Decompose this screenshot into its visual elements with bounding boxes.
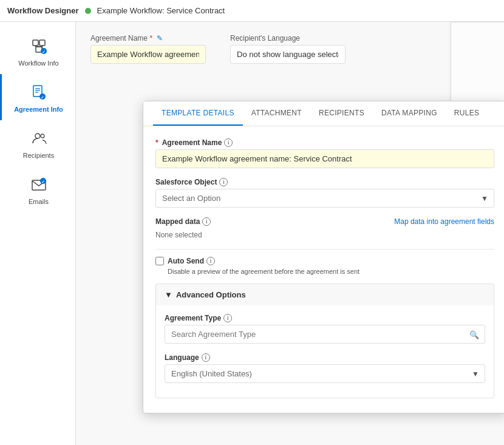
sidebar-item-recipients-label: Recipients bbox=[23, 152, 54, 159]
template-details-panel: TEMPLATE DETAILS ATTACHMENT RECIPIENTS D… bbox=[143, 101, 504, 413]
auto-send-checkbox-row: Auto Send i bbox=[155, 257, 494, 265]
workflow-info-icon: ✓ bbox=[28, 35, 50, 57]
panel-agreement-name-input[interactable] bbox=[155, 149, 494, 168]
auto-send-info-icon: i bbox=[206, 257, 215, 265]
advanced-options-header[interactable]: ▼ Advanced Options bbox=[156, 284, 494, 305]
agreement-type-search-input[interactable] bbox=[165, 325, 485, 344]
sidebar-item-workflow-info[interactable]: ✓ Workflow Info bbox=[0, 28, 75, 74]
sidebar-item-emails[interactable]: ✓ Emails bbox=[0, 166, 75, 212]
salesforce-object-info-icon: i bbox=[219, 178, 228, 186]
agreement-type-section: Agreement Type i 🔍 bbox=[165, 314, 485, 344]
sidebar: ✓ Workflow Info ✓ Agreement Info bbox=[0, 22, 76, 445]
recipient-language-input[interactable] bbox=[230, 45, 346, 64]
agreement-header: Agreement Name * ✎ Recipient's Language bbox=[90, 34, 492, 64]
mapped-data-info-icon: i bbox=[202, 217, 211, 226]
language-label: Language i bbox=[165, 353, 485, 362]
panel-body: * Agreement Name i Salesforce Object i S… bbox=[143, 126, 504, 413]
agreement-type-label: Agreement Type i bbox=[165, 314, 485, 322]
salesforce-object-select[interactable]: Select an Option bbox=[155, 189, 494, 208]
svg-point-14 bbox=[35, 134, 40, 138]
svg-rect-0 bbox=[33, 40, 38, 46]
svg-text:✓: ✓ bbox=[41, 180, 45, 184]
agreement-type-search-wrap: 🔍 bbox=[165, 325, 485, 344]
svg-text:✓: ✓ bbox=[42, 50, 46, 54]
tab-data-mapping[interactable]: DATA MAPPING bbox=[373, 101, 446, 126]
language-section: Language i English (United States) ▼ bbox=[165, 353, 485, 383]
status-indicator bbox=[85, 8, 91, 14]
language-select-wrap: English (United States) ▼ bbox=[165, 364, 485, 383]
emails-icon: ✓ bbox=[28, 174, 50, 195]
tab-recipients[interactable]: RECIPIENTS bbox=[310, 101, 373, 126]
workflow-name: Example Workflow: Service Contract bbox=[97, 6, 225, 15]
tab-attachment[interactable]: ATTACHMENT bbox=[243, 101, 310, 126]
advanced-options-body: Agreement Type i 🔍 Language bbox=[156, 305, 494, 398]
advanced-options-title: Advanced Options bbox=[176, 290, 246, 299]
agreement-name-info-icon: i bbox=[224, 138, 233, 147]
sidebar-item-recipients[interactable]: Recipients bbox=[0, 120, 75, 166]
advanced-options-section: ▼ Advanced Options Agreement Type i bbox=[155, 284, 494, 398]
advanced-chevron-icon: ▼ bbox=[165, 290, 172, 299]
agreement-info-icon: ✓ bbox=[28, 81, 50, 103]
panel-agreement-name-label: * Agreement Name i bbox=[155, 138, 494, 147]
sidebar-item-workflow-info-label: Workflow Info bbox=[18, 59, 58, 67]
app-title: Workflow Designer bbox=[7, 6, 79, 15]
panel-tabs: TEMPLATE DETAILS ATTACHMENT RECIPIENTS D… bbox=[143, 101, 504, 126]
language-info-icon: i bbox=[202, 353, 210, 362]
agreement-type-info-icon: i bbox=[223, 314, 232, 322]
agreement-name-header-label: Agreement Name * ✎ bbox=[90, 34, 206, 42]
recipients-icon bbox=[28, 127, 50, 149]
auto-send-section: Auto Send i Disable a preview of the agr… bbox=[155, 257, 494, 275]
svg-rect-1 bbox=[39, 40, 45, 46]
language-select[interactable]: English (United States) bbox=[165, 364, 485, 383]
salesforce-object-label: Salesforce Object i bbox=[155, 178, 494, 186]
mapped-data-row: Mapped data i Map data into agreement fi… bbox=[155, 217, 494, 228]
mapped-data-section: Mapped data i Map data into agreement fi… bbox=[155, 217, 494, 239]
salesforce-object-select-wrap: Select an Option ▼ bbox=[155, 189, 494, 208]
mapped-data-none: None selected bbox=[155, 231, 494, 239]
edit-agreement-name-icon[interactable]: ✎ bbox=[157, 34, 163, 42]
recipient-language-label: Recipient's Language bbox=[230, 34, 346, 42]
sidebar-item-emails-label: Emails bbox=[29, 198, 49, 205]
sidebar-item-agreement-info[interactable]: ✓ Agreement Info bbox=[0, 74, 75, 120]
content-area: Agreement Name * ✎ Recipient's Language … bbox=[76, 22, 504, 445]
auto-send-help-text: Disable a preview of the agreement befor… bbox=[168, 268, 494, 275]
agreement-name-header-input[interactable] bbox=[90, 45, 206, 64]
main-layout: ✓ Workflow Info ✓ Agreement Info bbox=[0, 22, 504, 445]
top-bar: Workflow Designer Example Workflow: Serv… bbox=[0, 0, 504, 22]
recipient-language-field-group: Recipient's Language bbox=[230, 34, 346, 64]
salesforce-object-section: Salesforce Object i Select an Option ▼ bbox=[155, 178, 494, 208]
map-data-link[interactable]: Map data into agreement fields bbox=[394, 217, 494, 226]
sidebar-item-agreement-info-label: Agreement Info bbox=[14, 106, 63, 113]
agreement-name-field-group: Agreement Name * ✎ bbox=[90, 34, 206, 64]
tab-rules[interactable]: RULES bbox=[446, 101, 488, 126]
svg-text:✓: ✓ bbox=[41, 95, 44, 100]
auto-send-checkbox[interactable] bbox=[155, 257, 164, 265]
divider-1 bbox=[155, 249, 494, 250]
tab-template-details[interactable]: TEMPLATE DETAILS bbox=[153, 101, 243, 126]
auto-send-label: Auto Send i bbox=[168, 257, 215, 265]
mapped-data-label: Mapped data i bbox=[155, 217, 211, 226]
panel-agreement-name-section: * Agreement Name i bbox=[155, 138, 494, 168]
search-icon: 🔍 bbox=[469, 330, 479, 339]
svg-point-15 bbox=[41, 134, 44, 138]
